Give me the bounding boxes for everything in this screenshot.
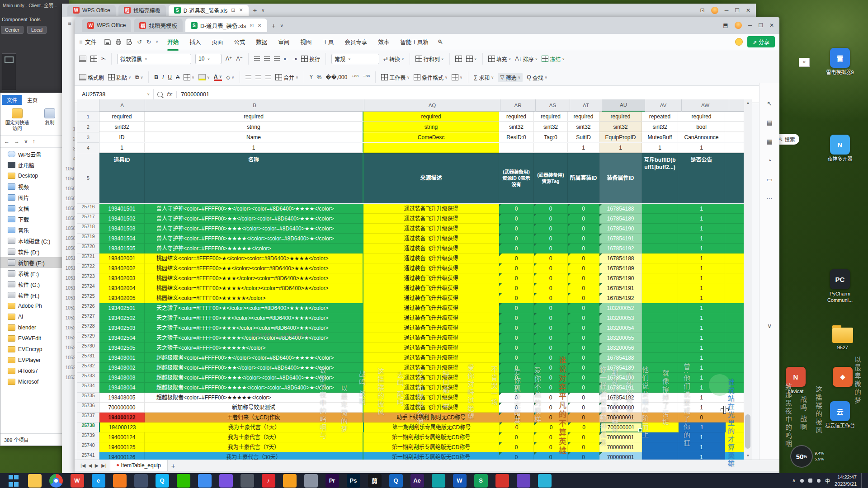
cell[interactable]: 0 [568, 363, 599, 373]
back-icon[interactable]: ← [4, 138, 9, 145]
cell[interactable]: bool [678, 122, 725, 132]
name-box[interactable]: AU25738∨ [78, 89, 154, 100]
align-right-icon[interactable] [265, 75, 271, 80]
cell[interactable]: 167854192 [599, 393, 642, 403]
cell[interactable]: 0 [534, 343, 568, 353]
cell[interactable]: 193402002 [99, 263, 145, 273]
assistant-icon[interactable] [735, 38, 743, 46]
cell[interactable]: 0 [499, 363, 534, 373]
desktop-icon[interactable]: 雷雷电模拟器9 [818, 48, 862, 76]
cell[interactable] [363, 143, 499, 153]
unity-local-button[interactable]: Local [27, 26, 47, 34]
scissors-icon[interactable]: ✂ [101, 56, 106, 62]
cell[interactable]: 通过装备飞升升级获得 [363, 293, 499, 303]
bold-button[interactable]: B [154, 74, 158, 80]
taskbar-qq[interactable]: Q [156, 474, 169, 488]
cell[interactable] [642, 273, 678, 283]
cell[interactable]: 700000001 [599, 442, 642, 452]
cell[interactable]: 0 [534, 263, 568, 273]
cell[interactable]: 通过装备飞升升级获得 [363, 403, 499, 413]
cell[interactable]: 0 [534, 273, 568, 283]
cell[interactable] [725, 413, 744, 422]
cell[interactable]: 0 [534, 403, 568, 413]
taskbar-app[interactable] [517, 474, 530, 488]
cell[interactable]: Tag:0 [534, 132, 568, 142]
cell[interactable]: 0 [568, 313, 599, 323]
cell[interactable] [642, 422, 679, 432]
cell[interactable]: 0 [568, 343, 599, 353]
cell[interactable]: 天之骄子<color=#FFFF00>★</color><color=#8D64… [145, 303, 363, 313]
cell[interactable]: 0 [534, 373, 568, 383]
cell[interactable]: 0 [499, 373, 534, 383]
cell[interactable] [725, 343, 744, 353]
print-icon[interactable] [115, 39, 122, 45]
font-color-icon[interactable]: A∨ [214, 74, 222, 81]
cell[interactable]: 167854189 [599, 363, 642, 373]
cell[interactable]: 0 [534, 422, 568, 432]
cell[interactable]: 1 [678, 293, 725, 303]
clipboard-icon[interactable] [90, 56, 97, 62]
cell[interactable]: 0 [499, 273, 534, 283]
cell[interactable]: 700000000 [99, 403, 145, 413]
cell[interactable]: 0 [534, 283, 568, 293]
cell[interactable]: 0 [499, 283, 534, 293]
increase-decimal-icon[interactable]: ⁺⁰⁰ [351, 74, 359, 80]
cell[interactable]: 通过装备飞升升级获得 [363, 383, 499, 393]
column-header-AW[interactable]: AW [682, 99, 729, 112]
cell[interactable]: 超越极限者<color=#FFFF00>★</color><color=#8D6… [145, 353, 363, 363]
cell[interactable]: 0 [568, 413, 599, 422]
cell[interactable]: ComeDesc [363, 132, 499, 142]
row-header[interactable]: 25724 [77, 283, 99, 293]
cell[interactable]: 0 [499, 214, 534, 224]
cell[interactable] [642, 214, 678, 224]
cell[interactable]: 通过装备飞升升级获得 [363, 303, 499, 313]
cell[interactable]: 我为土豪代言（1天） [145, 422, 364, 432]
cell[interactable]: 183200055 [599, 333, 642, 343]
cell[interactable]: 167854192 [599, 293, 642, 303]
cell[interactable]: 是否公告 [678, 153, 725, 203]
row-header[interactable]: 25719 [77, 234, 99, 244]
cell[interactable]: 1 [679, 422, 726, 432]
taskbar-after-effects[interactable]: Ae [410, 474, 424, 488]
cell[interactable]: 1 [599, 143, 642, 153]
cell[interactable]: 0 [568, 253, 599, 263]
explorer-tab-home[interactable]: 主页 [23, 95, 42, 105]
cell[interactable] [642, 293, 678, 303]
cell[interactable]: 194000122 [99, 413, 145, 422]
align-top-icon[interactable] [254, 56, 260, 61]
cell[interactable]: (武器装备用) 资源ID 0表示没有 [499, 153, 534, 203]
percent-icon[interactable]: % [317, 74, 322, 80]
column-header-B[interactable]: B [145, 99, 364, 112]
cell[interactable] [725, 214, 744, 224]
notification-button[interactable] [861, 473, 866, 488]
menu-tab-会员专享[interactable]: 会员专享 [344, 37, 368, 47]
document-tab[interactable]: 稻找稻壳模板 [134, 19, 183, 32]
cell[interactable]: 193402504 [99, 333, 145, 343]
cell[interactable]: 1 [678, 214, 725, 224]
row-header[interactable]: 25718 [77, 224, 99, 234]
cell[interactable]: 193403002 [99, 363, 145, 373]
cell[interactable]: 通过装备飞升升级获得 [363, 263, 499, 273]
underline-button[interactable]: U [168, 74, 172, 80]
cell[interactable]: 167854188 [599, 204, 642, 214]
cell[interactable]: 桃园结义<color=#FFFF00>★★★★★</color> [145, 293, 363, 303]
menu-tab-页面[interactable]: 页面 [211, 37, 224, 47]
tray-icon[interactable] [800, 479, 804, 483]
column-header-A[interactable]: A [99, 99, 145, 112]
vertical-scrollbar[interactable]: ▲ ▼ [744, 99, 752, 460]
cell[interactable]: 0 [568, 244, 599, 253]
cell[interactable]: 1 [678, 303, 725, 313]
cell[interactable]: 我为土豪代言（7天） [145, 442, 363, 452]
up-icon[interactable]: ↑ [33, 138, 35, 145]
cell[interactable]: 193401503 [99, 224, 145, 234]
taskbar-start-button[interactable] [7, 474, 20, 488]
cell[interactable]: 通过装备飞升升级获得 [363, 244, 499, 253]
taskbar-wps[interactable]: W [71, 474, 84, 488]
cell[interactable] [725, 442, 744, 452]
cell[interactable]: 0 [499, 253, 534, 263]
cell[interactable]: 193401502 [99, 214, 145, 224]
tab-list-chevron-icon[interactable]: ∨ [261, 8, 264, 13]
freeze-button[interactable]: 冻结∨ [542, 55, 565, 63]
add-sheet-button[interactable]: + [171, 462, 175, 469]
cell[interactable]: 193403005 [99, 393, 145, 403]
